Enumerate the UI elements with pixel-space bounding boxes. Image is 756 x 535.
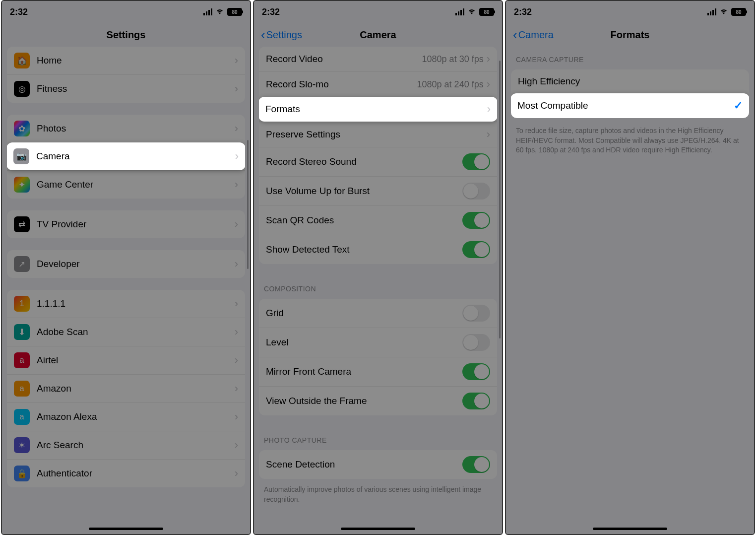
wifi-icon (719, 7, 728, 17)
row-arc-search[interactable]: ✶Arc Search› (7, 431, 245, 459)
row-record-video[interactable]: Record Video1080p at 30 fps› (259, 47, 497, 71)
row-label: Adobe Scan (37, 327, 235, 337)
chevron-right-icon: › (487, 78, 490, 91)
toggle[interactable] (462, 456, 490, 473)
row-record-slo-mo[interactable]: Record Slo-mo1080p at 240 fps› (259, 71, 497, 97)
settings-group: ⇄TV Provider› (7, 210, 245, 238)
signal-icon (707, 8, 716, 15)
chevron-right-icon: › (487, 128, 490, 141)
toggle[interactable] (462, 241, 490, 258)
app-icon: ⇄ (14, 216, 30, 232)
row-label: Authenticator (37, 468, 235, 479)
toggle[interactable] (462, 153, 490, 170)
app-icon: ✦ (14, 177, 30, 193)
chevron-right-icon: › (235, 178, 238, 191)
signal-icon (455, 8, 464, 15)
chevron-left-icon: ‹ (261, 27, 265, 43)
chevron-right-icon: › (487, 53, 490, 66)
row-level[interactable]: Level (259, 328, 497, 357)
scrollbar[interactable] (247, 140, 249, 269)
wifi-icon (215, 7, 224, 17)
row-label: Game Center (37, 179, 235, 190)
settings-list[interactable]: 🏠Home›◎Fitness›✿Photos›📷Camera›✦Game Cen… (2, 47, 250, 534)
app-icon: 🏠 (14, 53, 30, 68)
row-label: 1.1.1.1 (37, 298, 235, 309)
row-photos[interactable]: ✿Photos› (7, 115, 245, 142)
row-formats[interactable]: Formats› (259, 97, 497, 122)
row-scan-qr-codes[interactable]: Scan QR Codes (259, 205, 497, 235)
clock: 2:32 (10, 7, 28, 17)
row-grid[interactable]: Grid (259, 299, 497, 328)
row-developer[interactable]: ↗Developer› (7, 250, 245, 278)
nav-bar: ‹ Settings Camera (254, 23, 502, 47)
row-most-compatible[interactable]: Most Compatible✓ (511, 93, 749, 118)
chevron-right-icon: › (235, 439, 238, 452)
row-mirror-front-camera[interactable]: Mirror Front Camera (259, 357, 497, 386)
row-scene-detection[interactable]: Scene Detection (259, 450, 497, 479)
settings-group: 11.1.1.1›⬇Adobe Scan›aAirtel›aAmazon›aAm… (7, 290, 245, 487)
row-game-center[interactable]: ✦Game Center› (7, 170, 245, 199)
toggle[interactable] (462, 183, 490, 200)
camera-settings-list[interactable]: Record Video1080p at 30 fps›Record Slo-m… (254, 47, 502, 534)
chevron-right-icon: › (235, 467, 238, 480)
chevron-right-icon: › (235, 122, 238, 135)
scrollbar[interactable] (499, 61, 501, 338)
row-label: Most Compatible (517, 100, 734, 111)
app-icon: ✿ (14, 121, 30, 136)
row-label: Formats (265, 104, 487, 115)
back-label: Camera (518, 29, 554, 41)
row-high-efficiency[interactable]: High Efficiency (511, 69, 749, 93)
row-view-outside-the-frame[interactable]: View Outside the Frame (259, 386, 497, 415)
row-airtel[interactable]: aAirtel› (7, 346, 245, 374)
app-icon: 📷 (13, 148, 29, 164)
battery-icon: 80 (227, 8, 242, 16)
row-tv-provider[interactable]: ⇄TV Provider› (7, 210, 245, 238)
toggle[interactable] (462, 363, 490, 380)
app-icon: ↗ (14, 256, 30, 272)
row-1-1-1-1[interactable]: 11.1.1.1› (7, 290, 245, 318)
row-show-detected-text[interactable]: Show Detected Text (259, 235, 497, 264)
toggle[interactable] (462, 305, 490, 322)
row-record-stereo-sound[interactable]: Record Stereo Sound (259, 147, 497, 176)
status-icons: 80 (203, 7, 242, 17)
row-label: Amazon (37, 383, 235, 394)
toggle[interactable] (462, 334, 490, 351)
row-preserve-settings[interactable]: Preserve Settings› (259, 122, 497, 147)
app-icon: 1 (14, 296, 30, 312)
chevron-left-icon: ‹ (513, 27, 517, 43)
back-button[interactable]: ‹ Settings (261, 27, 302, 43)
back-button[interactable]: ‹ Camera (513, 27, 554, 43)
app-icon: 🔒 (14, 466, 30, 481)
app-icon: a (14, 381, 30, 397)
row-label: Level (266, 337, 462, 348)
app-icon: ◎ (14, 81, 30, 97)
status-bar: 2:32 80 (254, 1, 502, 23)
home-indicator[interactable] (341, 528, 415, 530)
chevron-right-icon: › (235, 354, 238, 367)
row-home[interactable]: 🏠Home› (7, 47, 245, 74)
chevron-right-icon: › (235, 326, 238, 338)
row-authenticator[interactable]: 🔒Authenticator› (7, 459, 245, 487)
formats-list[interactable]: CAMERA CAPTURE High EfficiencyMost Compa… (506, 47, 754, 534)
battery-icon: 80 (479, 8, 494, 16)
row-label: Mirror Front Camera (266, 366, 462, 377)
row-label: Fitness (37, 83, 235, 94)
home-indicator[interactable] (593, 528, 667, 530)
row-label: Amazon Alexa (37, 411, 235, 422)
row-adobe-scan[interactable]: ⬇Adobe Scan› (7, 318, 245, 346)
section-footer: Automatically improve photos of various … (254, 481, 502, 504)
row-use-volume-up-for-burst[interactable]: Use Volume Up for Burst (259, 176, 497, 205)
app-icon: ⬇ (14, 324, 30, 340)
row-fitness[interactable]: ◎Fitness› (7, 74, 245, 103)
row-camera[interactable]: 📷Camera› (7, 142, 245, 170)
chevron-right-icon: › (235, 258, 238, 270)
row-label: High Efficiency (518, 76, 742, 87)
section-footer: To reduce file size, capture photos and … (506, 122, 754, 155)
toggle[interactable] (462, 212, 490, 229)
home-indicator[interactable] (89, 528, 163, 530)
status-icons: 80 (707, 7, 746, 17)
row-amazon[interactable]: aAmazon› (7, 374, 245, 402)
row-amazon-alexa[interactable]: aAmazon Alexa› (7, 402, 245, 431)
toggle[interactable] (462, 393, 490, 409)
row-label: Airtel (37, 355, 235, 366)
